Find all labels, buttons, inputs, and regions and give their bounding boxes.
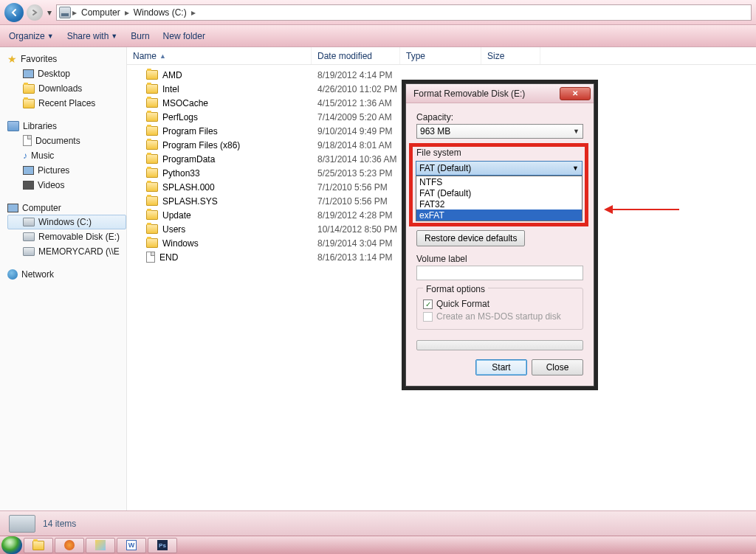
file-name: ProgramData bbox=[162, 154, 215, 165]
file-name: Users bbox=[162, 224, 185, 235]
drive-icon bbox=[59, 7, 71, 18]
column-name[interactable]: Name▲ bbox=[127, 47, 312, 64]
folder-icon bbox=[23, 99, 35, 108]
libraries-icon bbox=[7, 121, 19, 131]
dialog-title: Format Removable Disk (E:) bbox=[413, 89, 560, 99]
videos-icon bbox=[23, 181, 34, 190]
fs-option-fat[interactable]: FAT (Default) bbox=[416, 187, 582, 198]
taskbar-photoshop[interactable]: Ps bbox=[148, 538, 177, 553]
new-folder-button[interactable]: New folder bbox=[163, 31, 205, 41]
folder-icon bbox=[146, 224, 158, 234]
file-name: SPLASH.000 bbox=[162, 182, 215, 193]
taskbar-word[interactable]: W bbox=[117, 538, 146, 553]
column-headers: Name▲ Date modified Type Size bbox=[127, 47, 756, 65]
folder-icon bbox=[146, 154, 158, 164]
sidebar-pictures[interactable]: Pictures bbox=[7, 163, 126, 178]
burn-button[interactable]: Burn bbox=[131, 31, 149, 41]
file-name: PerfLogs bbox=[162, 112, 198, 122]
share-with-menu[interactable]: Share with▼ bbox=[67, 31, 118, 41]
file-date: 8/19/2012 4:14 PM bbox=[312, 70, 400, 80]
chevron-down-icon: ▼ bbox=[573, 128, 580, 135]
sidebar-downloads[interactable]: Downloads bbox=[7, 81, 126, 96]
folder-icon bbox=[146, 126, 158, 136]
format-options-group: Format options ✓ Quick Format Create an … bbox=[416, 288, 583, 330]
sidebar-music[interactable]: ♪Music bbox=[7, 148, 126, 163]
folder-icon bbox=[146, 182, 158, 192]
file-system-dropdown-list[interactable]: NTFS FAT (Default) FAT32 exFAT bbox=[416, 176, 583, 221]
file-name: Python33 bbox=[162, 168, 200, 179]
app-icon bbox=[95, 540, 106, 550]
file-date: 8/19/2014 3:04 PM bbox=[312, 238, 400, 249]
column-size[interactable]: Size bbox=[481, 47, 540, 64]
fs-option-fat32[interactable]: FAT32 bbox=[416, 198, 582, 210]
annotation-arrow bbox=[604, 205, 679, 214]
sidebar-memorycard[interactable]: MEMORYCARD (\\E bbox=[7, 244, 126, 259]
sidebar-videos[interactable]: Videos bbox=[7, 178, 126, 193]
nav-back-button[interactable] bbox=[4, 3, 24, 22]
fs-option-exfat[interactable]: exFAT bbox=[416, 210, 582, 221]
start-button[interactable] bbox=[1, 536, 22, 554]
sidebar-removable-disk-e[interactable]: Removable Disk (E:) bbox=[7, 229, 126, 244]
file-date: 8/19/2012 4:28 PM bbox=[312, 210, 400, 221]
computer-icon bbox=[7, 204, 18, 212]
folder-icon bbox=[146, 196, 158, 206]
format-dialog: Format Removable Disk (E:) ✕ Capacity: 9… bbox=[405, 83, 594, 387]
breadcrumb-computer[interactable]: Computer bbox=[78, 7, 123, 18]
folder-icon bbox=[146, 168, 158, 178]
start-button[interactable]: Start bbox=[475, 359, 527, 375]
file-date: 8/16/2013 1:14 PM bbox=[312, 252, 400, 263]
dialog-titlebar[interactable]: Format Removable Disk (E:) ✕ bbox=[406, 84, 594, 103]
sidebar-documents[interactable]: Documents bbox=[7, 133, 126, 148]
volume-label-label: Volume label bbox=[416, 254, 583, 264]
document-icon bbox=[23, 135, 32, 146]
file-date: 9/10/2014 9:49 PM bbox=[312, 126, 400, 136]
music-icon: ♪ bbox=[23, 150, 27, 161]
arrow-left-icon bbox=[604, 205, 613, 214]
file-name: END bbox=[159, 252, 178, 263]
column-date[interactable]: Date modified bbox=[312, 47, 400, 64]
capacity-select[interactable]: 963 MB ▼ bbox=[416, 124, 583, 139]
file-system-select[interactable]: FAT (Default) ▼ bbox=[416, 161, 583, 176]
file-date: 7/14/2009 5:20 AM bbox=[312, 112, 400, 122]
progress-bar bbox=[416, 340, 583, 350]
taskbar-app-1[interactable] bbox=[86, 538, 115, 553]
organize-menu[interactable]: Organize▼ bbox=[9, 31, 54, 41]
firefox-icon bbox=[64, 540, 75, 550]
file-name: SPLASH.SYS bbox=[162, 196, 218, 207]
drive-large-icon bbox=[9, 515, 35, 533]
file-date: 4/26/2010 11:02 PM bbox=[312, 84, 400, 94]
restore-defaults-button[interactable]: Restore device defaults bbox=[416, 230, 525, 246]
libraries-group[interactable]: Libraries bbox=[7, 121, 126, 131]
file-name: Update bbox=[162, 210, 191, 221]
file-date: 10/14/2012 8:50 PM bbox=[312, 224, 400, 235]
word-icon: W bbox=[126, 540, 137, 550]
taskbar-firefox[interactable] bbox=[55, 538, 84, 553]
quick-format-checkbox[interactable]: ✓ Quick Format bbox=[423, 299, 577, 309]
fs-option-ntfs[interactable]: NTFS bbox=[416, 176, 582, 187]
msdos-checkbox: Create an MS-DOS startup disk bbox=[423, 311, 577, 322]
address-field[interactable]: ▸ Computer ▸ Windows (C:) ▸ bbox=[56, 4, 752, 21]
file-date: 8/31/2014 10:36 AM bbox=[312, 154, 400, 165]
dialog-close-button[interactable]: ✕ bbox=[560, 87, 591, 100]
favorites-group[interactable]: ★Favorites bbox=[7, 53, 126, 65]
column-type[interactable]: Type bbox=[400, 47, 481, 64]
file-row[interactable]: AMD8/19/2012 4:14 PM bbox=[127, 68, 756, 82]
network-group[interactable]: Network bbox=[7, 269, 126, 280]
sidebar-recent-places[interactable]: Recent Places bbox=[7, 96, 126, 111]
taskbar-explorer[interactable] bbox=[24, 538, 53, 553]
folder-icon bbox=[146, 238, 158, 248]
computer-group[interactable]: Computer bbox=[7, 203, 126, 213]
capacity-label: Capacity: bbox=[416, 112, 583, 122]
close-button[interactable]: Close bbox=[532, 359, 583, 375]
folder-icon bbox=[146, 84, 158, 94]
volume-label-input[interactable] bbox=[416, 266, 583, 280]
file-name: Windows bbox=[162, 238, 199, 249]
photoshop-icon: Ps bbox=[157, 540, 168, 550]
drive-icon bbox=[23, 247, 35, 256]
sidebar-windows-c[interactable]: Windows (C:) bbox=[7, 215, 126, 229]
breadcrumb-current[interactable]: Windows (C:) bbox=[131, 7, 190, 18]
checkbox-checked-icon: ✓ bbox=[423, 299, 433, 309]
nav-history-dropdown[interactable]: ▾ bbox=[46, 7, 53, 18]
desktop-icon bbox=[23, 69, 34, 78]
sidebar-desktop[interactable]: Desktop bbox=[7, 66, 126, 81]
